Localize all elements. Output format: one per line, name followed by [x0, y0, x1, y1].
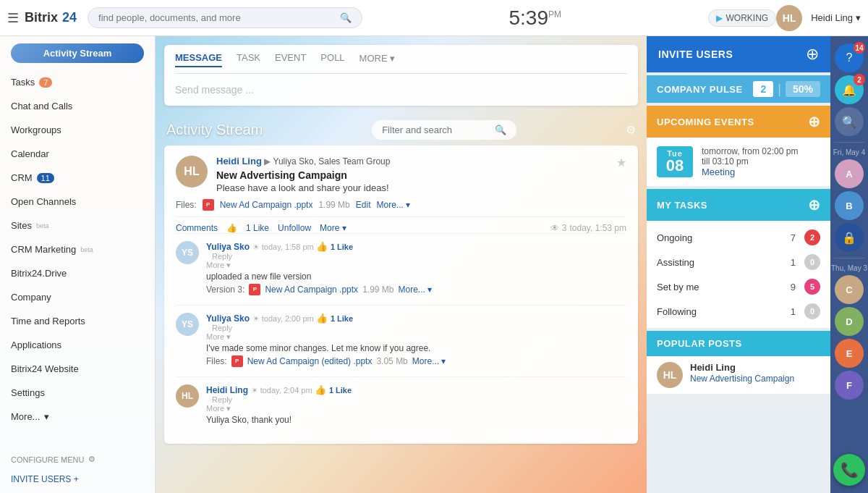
notifications-button[interactable]: 🔔 2 [835, 75, 864, 104]
comment-reply-link[interactable]: Reply [212, 252, 626, 261]
sidebar-item-more-label: More... [11, 411, 40, 422]
user-avatar-3[interactable]: C [835, 275, 864, 304]
task-row-following[interactable]: Following 1 0 [647, 299, 830, 324]
sidebar-item-open-channels-label: Open Channels [11, 196, 76, 207]
comment-reply-link[interactable]: Reply [212, 324, 626, 332]
sidebar-item-chat-calls[interactable]: Chat and Calls [0, 94, 155, 118]
popular-post-avatar[interactable]: HL [657, 362, 683, 388]
search-input[interactable] [98, 12, 334, 23]
help-button[interactable]: ? 14 [835, 43, 864, 72]
task-assisting-count: 1 [791, 257, 796, 268]
post-author-avatar[interactable]: HL [176, 156, 208, 187]
hamburger-icon[interactable]: ☰ [7, 10, 19, 26]
user-name-top[interactable]: Heidi Ling ▾ [811, 12, 861, 23]
compose-tab-task[interactable]: TASK [237, 52, 260, 67]
user-avatar-4[interactable]: D [835, 307, 864, 336]
stream-settings-icon[interactable]: ⚙ [626, 123, 636, 137]
sidebar-invite-users[interactable]: INVITE USERS + [0, 470, 155, 493]
comment-author-name[interactable]: Yuliya Sko [206, 313, 250, 324]
sidebar-item-bitrix24-drive[interactable]: Bitrix24.Drive [0, 261, 155, 285]
comment-files: Files: P New Ad Campaign (edited) .pptx … [206, 355, 626, 367]
sidebar-item-applications[interactable]: Applications [0, 333, 155, 357]
comment-author-name[interactable]: Yuliya Sko [206, 242, 250, 252]
comment-file-more[interactable]: More... ▾ [412, 356, 446, 366]
stream-search-input[interactable] [382, 125, 489, 135]
file-edit-link[interactable]: Edit [356, 200, 371, 210]
unfollow-link[interactable]: Unfollow [278, 223, 311, 233]
comment-more-link[interactable]: More ▾ [206, 261, 626, 270]
working-icon: ▶ [716, 13, 723, 23]
task-row-assisting[interactable]: Assisting 1 0 [647, 250, 830, 274]
comment-file-link[interactable]: New Ad Campaign (edited) .pptx [247, 356, 373, 366]
plus-icon[interactable]: ⊕ [808, 113, 821, 130]
lock-icon-button[interactable]: 🔒 [835, 223, 864, 252]
my-tasks-label: MY TASKS [657, 200, 707, 211]
comment-author-name[interactable]: Heidi Ling [206, 385, 248, 395]
sidebar-item-bitrix24-website[interactable]: Bitrix24 Website [0, 357, 155, 381]
comment-file-size: 3.05 Mb [376, 356, 407, 366]
sidebar-item-settings[interactable]: Settings [0, 381, 155, 405]
user-avatar-1[interactable]: A [835, 159, 864, 188]
sidebar-item-sites[interactable]: Sites beta [0, 214, 155, 237]
task-set-by-me-count: 9 [791, 282, 796, 292]
compose-tab-poll[interactable]: POLL [320, 52, 344, 67]
like-link[interactable]: 1 Like [246, 223, 269, 233]
comment-author-avatar[interactable]: YS [176, 241, 199, 264]
task-row-ongoing[interactable]: Ongoing 7 2 [647, 225, 830, 250]
comment-file-more[interactable]: More... ▾ [398, 285, 432, 295]
compose-message-input[interactable]: Send message ... [175, 81, 627, 98]
task-row-set-by-me[interactable]: Set by me 9 5 [647, 274, 830, 299]
invite-users-button[interactable]: INVITE USERS ⊕ [647, 36, 830, 72]
sidebar-item-time-reports[interactable]: Time and Reports [0, 309, 155, 333]
popular-post-title[interactable]: New Advertising Campaign [690, 374, 794, 384]
posts-area: HL Heidi Ling ▶ Yuliya Sko, Sales Team G… [156, 146, 647, 493]
comment-like-count[interactable]: 1 Like [329, 386, 352, 395]
sidebar-item-calendar[interactable]: Calendar [0, 142, 155, 166]
post-author-name[interactable]: Heidi Ling [216, 156, 262, 167]
pulse-percent: 50% [786, 81, 820, 97]
user-avatar-5[interactable]: E [835, 339, 864, 368]
sidebar-item-settings-label: Settings [11, 387, 45, 398]
compose-tab-message[interactable]: MESSAGE [175, 52, 222, 67]
company-pulse-header: COMPANY PULSE 2 | 50% [647, 75, 830, 103]
comment-like-count[interactable]: 1 Like [331, 314, 353, 323]
file-link[interactable]: New Ad Campaign .pptx [220, 200, 313, 210]
comment-file-link[interactable]: New Ad Campaign .pptx [265, 285, 358, 295]
sites-beta-label: beta [36, 222, 49, 229]
sidebar-item-more[interactable]: More... ▾ [0, 405, 155, 429]
comment-file-size: 1.99 Mb [362, 285, 393, 295]
file-more-link[interactable]: More... ▾ [376, 200, 410, 210]
star-icon[interactable]: ★ [616, 156, 626, 169]
phone-button[interactable]: 📞 [833, 454, 865, 486]
more-link[interactable]: More ▾ [320, 223, 346, 233]
plus-icon[interactable]: ⊕ [808, 196, 821, 214]
sidebar-item-company[interactable]: Company [0, 285, 155, 309]
sidebar-item-crm-marketing[interactable]: CRM Marketing beta [0, 237, 155, 261]
global-search-box[interactable]: 🔍 [88, 7, 362, 28]
search-button[interactable]: 🔍 [835, 107, 864, 136]
comment-more-link[interactable]: More ▾ [206, 332, 626, 342]
sidebar-item-activity-stream[interactable]: Activity Stream [11, 43, 144, 63]
sidebar-item-crm[interactable]: CRM 11 [0, 166, 155, 190]
avatar[interactable]: HL [776, 5, 802, 31]
avatar-img: B [835, 191, 864, 220]
sidebar-item-workgroups[interactable]: Workgroups [0, 118, 155, 142]
sidebar-item-open-channels[interactable]: Open Channels [0, 190, 155, 214]
user-avatar-2[interactable]: B [835, 191, 864, 220]
working-status[interactable]: ▶ WORKING [708, 9, 777, 27]
comment-reply-link[interactable]: Reply [212, 395, 626, 404]
compose-tab-event[interactable]: EVENT [275, 52, 306, 67]
comments-link[interactable]: Comments [176, 223, 218, 233]
event-title-link[interactable]: Meeting [702, 167, 735, 177]
comment-more-link[interactable]: More ▾ [206, 404, 626, 413]
comment-author-avatar[interactable]: YS [176, 313, 199, 336]
configure-menu[interactable]: CONFIGURE MENU ⚙ [0, 449, 155, 470]
user-avatar-6[interactable]: F [835, 371, 864, 400]
task-set-by-me-badge: 5 [804, 279, 820, 295]
file-icon: P [203, 199, 214, 211]
comment-like-count[interactable]: 1 Like [331, 243, 353, 251]
comment-author-avatar[interactable]: HL [176, 384, 199, 408]
compose-tab-more[interactable]: MORE ▾ [359, 52, 395, 67]
stream-search-box[interactable]: 🔍 [372, 120, 516, 140]
sidebar-item-tasks[interactable]: Tasks 7 [0, 70, 155, 94]
